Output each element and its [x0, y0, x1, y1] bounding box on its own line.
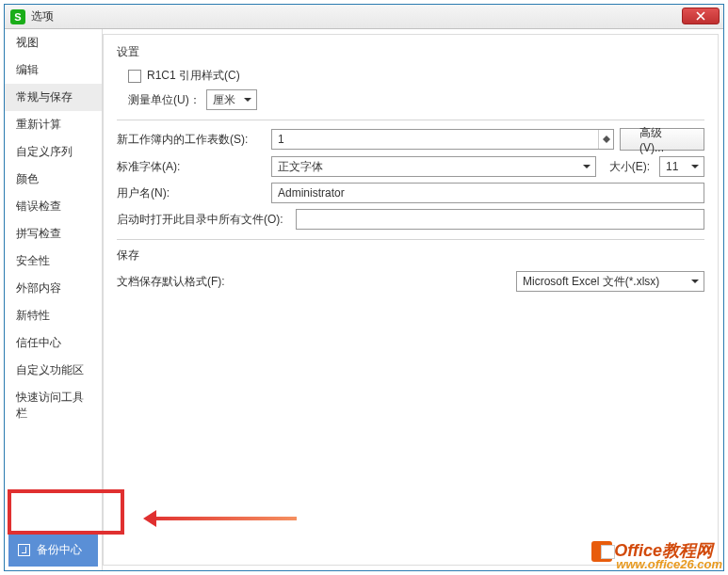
sidebar-item-security[interactable]: 安全性 [5, 248, 102, 275]
sidebar-item-view[interactable]: 视图 [5, 29, 102, 56]
user-input[interactable]: Administrator [271, 183, 704, 203]
unit-label: 测量单位(U)： [128, 92, 201, 108]
sidebar-list: 视图 编辑 常规与保存 重新计算 自定义序列 颜色 错误检查 拼写检查 安全性 … [5, 29, 102, 530]
annotation-arrow-icon [146, 517, 297, 520]
sidebar-item-trust-center[interactable]: 信任中心 [5, 329, 102, 357]
backup-icon [18, 544, 30, 556]
watermark-line2: www.office26.com [616, 557, 722, 571]
separator-1 [117, 120, 704, 120]
options-dialog: S 选项 视图 编辑 常规与保存 重新计算 自定义序列 颜色 错误检查 拼写检查… [4, 4, 724, 571]
separator-2 [117, 239, 704, 240]
sidebar-item-custom-lists[interactable]: 自定义序列 [5, 138, 102, 166]
main-panel: 设置 R1C1 引用样式(C) 测量单位(U)： 厘米 新工作簿内的工作表数(S… [103, 34, 719, 566]
app-icon: S [10, 9, 25, 24]
backup-center-button[interactable]: 备份中心 [8, 534, 98, 567]
sheets-spinner[interactable]: 1 [271, 129, 614, 150]
sidebar-item-edit[interactable]: 编辑 [5, 56, 102, 84]
sidebar-item-custom-ribbon[interactable]: 自定义功能区 [5, 357, 102, 384]
save-group-title: 保存 [117, 248, 704, 264]
sidebar-item-qat[interactable]: 快速访问工具栏 [5, 384, 102, 427]
advanced-button[interactable]: 高级(V)... [620, 128, 704, 151]
close-icon [696, 11, 705, 21]
size-label: 大小(E): [609, 159, 650, 175]
watermark-icon [591, 541, 612, 562]
font-label: 标准字体(A): [117, 159, 271, 175]
size-combo[interactable]: 11 [659, 156, 704, 177]
format-combo[interactable]: Microsoft Excel 文件(*.xlsx) [516, 271, 704, 292]
titlebar: S 选项 [5, 5, 723, 29]
unit-combo[interactable]: 厘米 [206, 89, 257, 110]
sidebar-item-spell-check[interactable]: 拼写检查 [5, 220, 102, 248]
sheets-label: 新工作簿内的工作表数(S): [117, 132, 271, 148]
format-label: 文档保存默认格式(F): [117, 274, 271, 290]
font-combo[interactable]: 正文字体 [271, 156, 596, 177]
startdir-input[interactable] [296, 209, 704, 230]
sidebar-item-general-save[interactable]: 常规与保存 [5, 84, 102, 111]
sidebar: 视图 编辑 常规与保存 重新计算 自定义序列 颜色 错误检查 拼写检查 安全性 … [5, 29, 103, 570]
r1c1-label: R1C1 引用样式(C) [147, 68, 240, 84]
watermark: Office教程网 www.office26.com [591, 539, 722, 571]
user-label: 用户名(N): [117, 185, 271, 201]
window-title: 选项 [31, 8, 54, 24]
close-button[interactable] [682, 8, 720, 24]
sidebar-item-color[interactable]: 颜色 [5, 166, 102, 193]
settings-group-title: 设置 [117, 44, 704, 60]
sidebar-item-error-check[interactable]: 错误检查 [5, 193, 102, 220]
backup-label: 备份中心 [37, 542, 82, 558]
sidebar-item-recalc[interactable]: 重新计算 [5, 111, 102, 138]
sidebar-item-external[interactable]: 外部内容 [5, 275, 102, 302]
r1c1-checkbox[interactable] [128, 70, 141, 83]
spinner-arrows-icon[interactable] [598, 130, 613, 149]
sidebar-item-new-features[interactable]: 新特性 [5, 302, 102, 329]
startdir-label: 启动时打开此目录中所有文件(O): [117, 212, 296, 228]
sheets-value: 1 [278, 133, 284, 146]
